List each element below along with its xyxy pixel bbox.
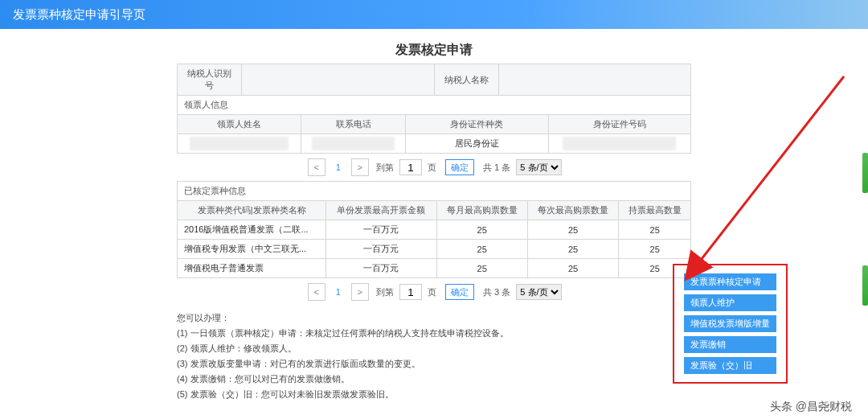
recipient-idtype: 居民身份证 [406, 134, 548, 154]
table-row: 增值税专用发票（中文三联无... 一百万元 25 25 25 [178, 240, 691, 259]
action-recipient-maintain[interactable]: 领票人维护 [684, 294, 776, 311]
help-line: (1) 一日领票（票种核定）申请：未核定过任何票种的纳税人支持在线申请税控设备。 [177, 326, 691, 340]
pager2-total: 共 3 条 [483, 287, 510, 297]
pager1-confirm-button[interactable]: 确定 [445, 159, 474, 175]
approved-r2-c2: 25 [436, 259, 527, 278]
pager1-to-label: 到第 [376, 162, 394, 172]
approved-r1-c1: 一百万元 [326, 240, 436, 259]
help-title: 您可以办理： [177, 310, 691, 325]
taxpayer-name-value [499, 64, 691, 96]
pager2-to-label: 到第 [376, 287, 394, 297]
approved-r0-c0: 2016版增值税普通发票（二联... [178, 220, 326, 240]
taxpayer-name-label: 纳税人名称 [435, 64, 499, 96]
recipient-name [178, 134, 301, 154]
action-invoice-cancel[interactable]: 发票缴销 [684, 336, 776, 353]
recipient-col-idtype: 身份证件种类 [406, 115, 548, 134]
approved-r1-c3: 25 [527, 240, 618, 259]
help-line: (4) 发票缴销：您可以对已有的发票做缴销。 [177, 372, 691, 386]
approved-r2-c0: 增值税电子普通发票 [178, 259, 326, 278]
action-vat-increase[interactable]: 增值税发票增版增量 [684, 315, 776, 332]
pager1-page-input[interactable] [399, 159, 422, 175]
header-title: 发票票种核定申请引导页 [13, 7, 145, 21]
recipient-idno [548, 134, 690, 154]
approved-r1-c0: 增值税专用发票（中文三联无... [178, 240, 326, 259]
pager2-page-input[interactable] [399, 284, 422, 300]
approved-col2: 每月最高购票数量 [436, 201, 527, 220]
approved-r0-c2: 25 [436, 220, 527, 240]
recipient-col-phone: 联系电话 [301, 115, 405, 134]
help-line: (5) 发票验（交）旧：您可以对未验旧发票做发票验旧。 [177, 387, 691, 401]
recipient-section-title: 领票人信息 [178, 96, 691, 115]
recipient-phone [301, 134, 405, 154]
header-bar: 发票票种核定申请引导页 [0, 0, 868, 29]
approved-r2-c3: 25 [527, 259, 618, 278]
approved-r0-c3: 25 [527, 220, 618, 240]
pager2-page-number[interactable]: 1 [330, 283, 347, 301]
watermark-text: 头条 @昌尧财税 [770, 400, 852, 414]
scrollbar-icon[interactable] [862, 265, 868, 306]
table-row: 增值税电子普通发票 一百万元 25 25 25 [178, 259, 691, 278]
pager2-prev-button[interactable]: < [308, 283, 326, 301]
action-invoice-type-apply[interactable]: 发票票种核定申请 [684, 273, 776, 290]
pager2-next-button[interactable]: > [351, 283, 369, 301]
taxpayer-id-label: 纳税人识别号 [178, 64, 242, 96]
pager1-next-button[interactable]: > [351, 158, 369, 176]
pager1-page-number[interactable]: 1 [330, 158, 347, 176]
approved-r0-c4: 25 [619, 220, 691, 240]
recipient-pager: < 1 > 到第 页 确定 共 1 条 5 条/页 [0, 158, 868, 176]
pager2-confirm-button[interactable]: 确定 [445, 284, 474, 300]
table-row: 2016版增值税普通发票（二联... 一百万元 25 25 25 [178, 220, 691, 240]
pager2-perpage-select[interactable]: 5 条/页 [516, 284, 562, 300]
pager1-prev-button[interactable]: < [308, 158, 326, 176]
approved-col3: 每次最高购票数量 [527, 201, 618, 220]
recipient-table: 领票人信息 领票人姓名 联系电话 身份证件种类 身份证件号码 居民身份证 [177, 95, 691, 154]
approved-r2-c1: 一百万元 [326, 259, 436, 278]
action-invoice-verify-old[interactable]: 发票验（交）旧 [684, 357, 776, 374]
taxpayer-id-value [242, 64, 435, 96]
recipient-col-idno: 身份证件号码 [548, 115, 690, 134]
page-title: 发票核定申请 [0, 42, 868, 59]
pager1-perpage-select[interactable]: 5 条/页 [516, 159, 562, 175]
help-line: (2) 领票人维护：修改领票人。 [177, 341, 691, 355]
pager1-page-unit: 页 [428, 162, 436, 172]
help-line: (3) 发票改版变量申请：对已有的发票进行版面或数量的变更。 [177, 356, 691, 371]
scrollbar-icon[interactable] [862, 153, 868, 193]
approved-col0: 发票种类代码|发票种类名称 [178, 201, 326, 220]
approved-col1: 单份发票最高开票金额 [326, 201, 436, 220]
recipient-col-name: 领票人姓名 [178, 115, 301, 134]
action-panel: 发票票种核定申请 领票人维护 增值税发票增版增量 发票缴销 发票验（交）旧 [673, 264, 788, 384]
approved-r0-c1: 一百万元 [326, 220, 436, 240]
approved-table: 已核定票种信息 发票种类代码|发票种类名称 单份发票最高开票金额 每月最高购票数… [177, 181, 691, 278]
pager2-page-unit: 页 [428, 287, 436, 297]
approved-r1-c2: 25 [436, 240, 527, 259]
approved-col4: 持票最高数量 [619, 201, 691, 220]
pager1-total: 共 1 条 [483, 162, 510, 172]
approved-r1-c4: 25 [619, 240, 691, 259]
taxpayer-table: 纳税人识别号 纳税人名称 [177, 64, 691, 96]
approved-section-title: 已核定票种信息 [178, 182, 691, 201]
help-block: 您可以办理： (1) 一日领票（票种核定）申请：未核定过任何票种的纳税人支持在线… [177, 310, 691, 401]
